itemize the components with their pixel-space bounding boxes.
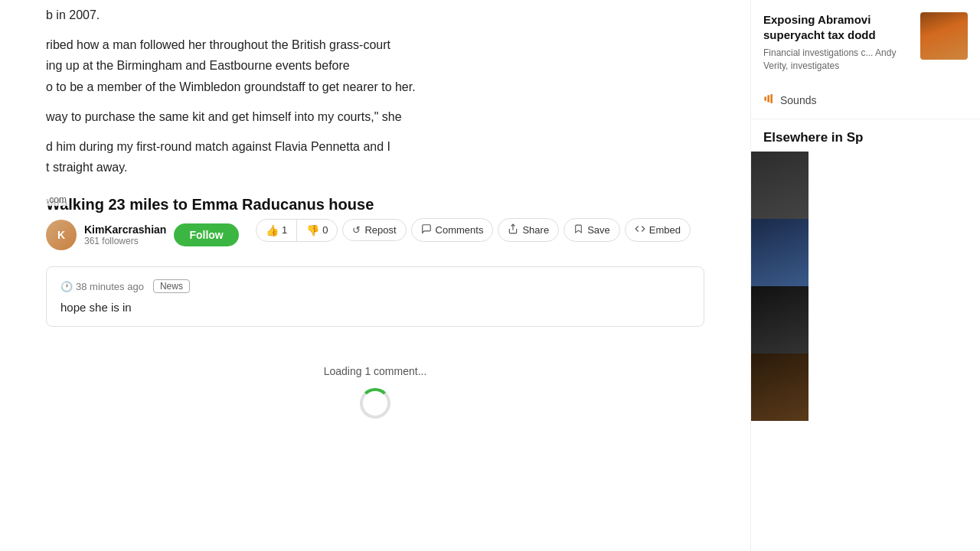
sidebar-thumb-item-3[interactable] <box>751 286 980 354</box>
featured-text: Exposing Abramovi superyacht tax dodd Fi… <box>763 12 913 73</box>
elsewhere-header: Elsewhere in Sp <box>751 122 980 152</box>
article-para-1: b in 2007. <box>46 5 704 25</box>
sounds-label: Sounds <box>780 94 816 106</box>
user-info: K KimKarcrashian 361 followers Follow <box>46 220 242 250</box>
vote-group: 👍 1 👎 0 <box>256 219 338 242</box>
loading-spinner <box>360 388 390 419</box>
comment-meta: 🕐 38 minutes ago News <box>60 279 690 293</box>
svg-rect-3 <box>770 94 773 103</box>
sounds-icon <box>763 93 776 108</box>
action-bar: 👍 1 👎 0 ↺ Repost Comments <box>242 218 704 251</box>
thumb-image-2 <box>751 219 808 286</box>
save-icon <box>573 223 583 236</box>
repost-label: Repost <box>364 224 396 236</box>
article-para-3: way to purchase the same kit and get him… <box>46 106 704 127</box>
article-text: b in 2007. ribed how a man followed her … <box>0 0 750 178</box>
loading-text: Loading 1 comment... <box>324 365 427 377</box>
article-para-4: d him during my first-round match agains… <box>46 136 704 178</box>
username: KimKarcrashian <box>84 223 166 236</box>
clock-icon: 🕐 <box>60 281 73 292</box>
sidebar-thumb-item-1[interactable] <box>751 152 980 219</box>
comment-text: hope she is in <box>60 301 690 314</box>
featured-desc: Financial investigations c... Andy Verit… <box>763 47 913 73</box>
repost-button[interactable]: ↺ Repost <box>342 219 406 241</box>
thumbs-down-icon: 👎 <box>306 224 319 236</box>
thumb-image-1 <box>751 152 808 219</box>
upvote-button[interactable]: 👍 1 <box>256 220 297 241</box>
share-icon <box>508 223 518 236</box>
comment-time: 🕐 38 minutes ago <box>60 281 144 292</box>
comments-icon <box>421 223 432 236</box>
sidebar-thumb-item-4[interactable] <box>751 354 980 421</box>
article-watermark: .com <box>44 194 69 206</box>
sidebar-featured: Exposing Abramovi superyacht tax dodd Fi… <box>751 0 980 85</box>
downvote-button[interactable]: 👎 0 <box>297 220 337 241</box>
loading-section: Loading 1 comment... <box>0 342 750 442</box>
save-label: Save <box>587 224 610 236</box>
embed-button[interactable]: Embed <box>625 218 691 242</box>
thumbs-up-icon: 👍 <box>266 224 279 236</box>
followers-count: 361 followers <box>84 236 166 246</box>
featured-item[interactable]: Exposing Abramovi superyacht tax dodd Fi… <box>763 12 968 73</box>
thumb-image-3 <box>751 286 808 354</box>
news-badge: News <box>153 279 190 293</box>
downvote-count: 0 <box>322 224 328 236</box>
divider-1 <box>751 119 980 119</box>
sidebar: Exposing Abramovi superyacht tax dodd Fi… <box>750 0 980 551</box>
featured-thumbnail <box>920 12 968 60</box>
share-button[interactable]: Share <box>498 218 559 242</box>
featured-title: Exposing Abramovi superyacht tax dodd <box>763 12 913 42</box>
share-label: Share <box>522 224 549 236</box>
sidebar-thumb-list <box>751 152 980 421</box>
spinner-container <box>0 388 750 419</box>
repost-icon: ↺ <box>352 224 361 236</box>
article-para-2: ribed how a man followed her throughout … <box>46 34 704 97</box>
thumb-image-4 <box>751 354 808 421</box>
avatar: K <box>46 220 77 250</box>
comments-label: Comments <box>436 224 484 236</box>
post-title: Walking 23 miles to Emma Raducanus house <box>0 187 750 218</box>
main-content: b in 2007. ribed how a man followed her … <box>0 0 750 551</box>
upvote-count: 1 <box>282 224 287 236</box>
embed-label: Embed <box>649 224 681 236</box>
user-details: KimKarcrashian 361 followers <box>84 223 166 246</box>
post-meta-row: K KimKarcrashian 361 followers Follow 👍 … <box>0 218 750 259</box>
svg-rect-1 <box>764 96 766 100</box>
svg-rect-2 <box>767 95 769 102</box>
sounds-row[interactable]: Sounds <box>751 85 980 116</box>
follow-button[interactable]: Follow <box>174 223 238 246</box>
save-button[interactable]: Save <box>564 218 620 242</box>
sidebar-thumb-item-2[interactable] <box>751 219 980 286</box>
embed-icon <box>635 223 645 236</box>
comment-card: 🕐 38 minutes ago News hope she is in <box>46 266 704 327</box>
comments-button[interactable]: Comments <box>411 218 494 242</box>
